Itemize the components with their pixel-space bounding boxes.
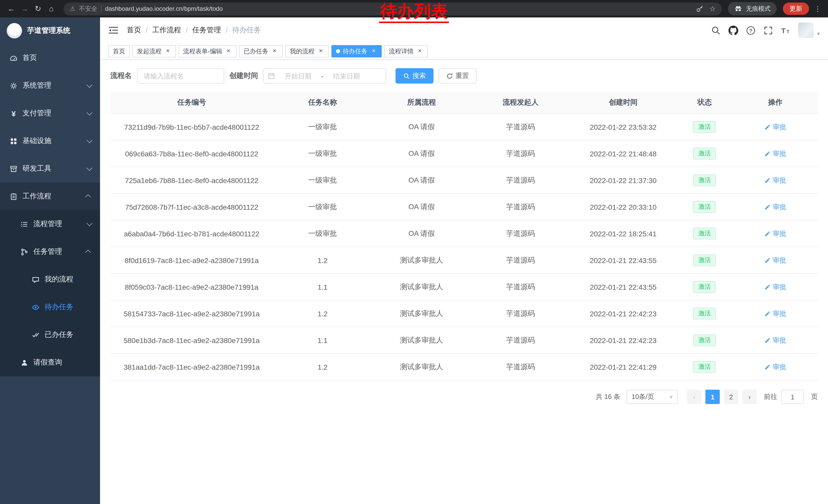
sidebar-item-todo-task[interactable]: 待办任务 [0,293,100,321]
search-button[interactable]: 搜索 [396,68,433,84]
reload-icon[interactable]: ↻ [32,3,44,15]
sidebar-item-payment[interactable]: ¥ 支付管理 [0,99,100,127]
help-icon[interactable]: ? [746,26,756,35]
cell-process: 测试多审批人 [372,274,471,300]
cell-task-id: 73211d9d-7b9b-11ec-b5b7-acde48001122 [110,113,273,140]
pagination: 共 16 条 10条/页 ▾ ‹ 1 2 › 前往 页 [110,390,818,404]
col-action: 操作 [733,92,818,113]
tab-close-icon[interactable]: × [164,48,171,55]
sidebar-item-leave-query[interactable]: 请假查询 [0,349,100,376]
address-bar[interactable]: ⚠ 不安全 dashboard.yudao.iocoder.cn/bpm/tas… [64,2,722,15]
cell-process: OA 请假 [372,140,471,167]
approve-link[interactable]: 审批 [764,176,786,185]
fullscreen-icon[interactable] [763,26,773,35]
next-page-button[interactable]: › [742,390,757,404]
col-task-name: 任务名称 [273,92,372,113]
tab[interactable]: 已办任务 × [239,45,283,57]
breadcrumb-task-mgmt[interactable]: 任务管理 [192,26,221,35]
search-icon[interactable] [711,26,721,35]
sidebar-item-my-process[interactable]: 我的流程 [0,266,100,293]
home-icon[interactable]: ⌂ [45,3,57,15]
key-icon[interactable] [696,5,704,12]
cell-process: OA 请假 [372,220,471,247]
col-status: 状态 [676,92,733,113]
back-icon[interactable]: ← [5,3,17,15]
font-size-icon[interactable]: T T [781,26,791,35]
page-button-2[interactable]: 2 [724,390,738,404]
breadcrumb-home[interactable]: 首页 [127,26,141,35]
table-row: 381aa1dd-7ac8-11ec-a9e2-a2380e71991a 1.2… [110,354,818,380]
clipboard-icon [10,192,17,200]
github-icon[interactable] [729,26,738,35]
logo[interactable]: 芋道管理系统 [0,17,100,44]
tab[interactable]: 待办任务 × [331,45,382,57]
reset-button[interactable]: 重置 [439,68,477,84]
tab[interactable]: 我的流程 × [285,45,329,57]
user-avatar[interactable] [798,22,814,38]
cell-starter: 芋道源码 [471,354,570,380]
sidebar-item-process-mgmt[interactable]: 流程管理 [0,210,100,238]
tab[interactable]: 流程表单-编辑 × [178,45,237,57]
filter-bar: 流程名 创建时间 - 搜索 [110,68,818,84]
cell-starter: 芋道源码 [471,113,570,140]
start-date-input[interactable] [276,72,320,80]
status-badge: 激活 [693,254,716,266]
sidebar-item-workflow[interactable]: 工作流程 [0,183,100,210]
tab-close-icon[interactable]: × [225,48,232,55]
tab-close-icon[interactable]: × [317,48,324,55]
sidebar-item-system[interactable]: 系统管理 [0,72,100,99]
approve-link[interactable]: 审批 [764,309,786,318]
hamburger-icon[interactable] [108,25,119,35]
approve-link[interactable]: 审批 [764,282,786,291]
sidebar-item-devtools[interactable]: 研发工具 [0,155,100,183]
tab-close-icon[interactable]: × [370,48,377,55]
goto-page-input[interactable] [781,390,804,404]
tab[interactable]: 流程详情 × [384,45,428,57]
forward-icon[interactable]: → [18,3,31,15]
tab-close-icon[interactable]: × [271,48,278,55]
avatar-caret-icon[interactable]: ▾ [817,31,820,36]
chevron-down-icon [87,110,93,116]
refresh-icon [446,73,453,79]
chevron-down-icon: ▾ [670,394,672,400]
page-size-label: 10条/页 [631,392,654,402]
approve-link[interactable]: 审批 [764,256,786,265]
url-text[interactable]: dashboard.yudao.iocoder.cn/bpm/task/todo [105,5,223,12]
chevron-down-icon [87,137,93,143]
sidebar-item-done-task[interactable]: 已办任务 [0,321,100,349]
update-button[interactable]: 更新 [783,3,809,15]
chevron-down-icon [87,221,93,226]
sidebar: 芋道管理系统 首页 系统管理 ¥ 支付管理 [0,17,100,504]
approve-link[interactable]: 审批 [764,202,786,212]
tab[interactable]: 发起流程 × [132,45,176,57]
cell-process: OA 请假 [372,167,471,193]
approve-link[interactable]: 审批 [764,122,786,132]
end-date-input[interactable] [325,72,369,80]
date-range-picker[interactable]: - [263,68,386,84]
approve-link[interactable]: 审批 [764,362,786,371]
browser-menu-icon[interactable]: ⋮ [813,5,823,13]
tab-close-icon[interactable]: × [416,48,423,55]
list-icon [20,220,28,228]
bookmark-star-icon[interactable]: ☆ [709,5,716,13]
process-name-input[interactable] [137,68,224,84]
approve-link[interactable]: 审批 [764,149,786,158]
approve-link[interactable]: 审批 [764,229,786,238]
tab[interactable]: 首页 [108,45,130,57]
approve-label: 审批 [773,282,786,291]
breadcrumb-separator: / [226,26,228,34]
prev-page-button[interactable]: ‹ [687,390,701,404]
cell-process: 测试多审批人 [372,327,471,354]
user-icon [20,359,28,366]
page-button-1[interactable]: 1 [705,390,720,404]
sidebar-item-task-mgmt[interactable]: 任务管理 [0,238,100,266]
grid-icon [10,137,17,145]
approve-link[interactable]: 审批 [764,335,786,345]
approve-label: 审批 [773,309,786,318]
approve-label: 审批 [773,202,786,212]
sidebar-item-home[interactable]: 首页 [0,44,100,72]
breadcrumb-workflow[interactable]: 工作流程 [152,26,181,35]
sidebar-item-infra[interactable]: 基础设施 [0,127,100,155]
page-size-select[interactable]: 10条/页 ▾ [626,390,678,404]
cell-task-name: 1.1 [273,327,372,354]
